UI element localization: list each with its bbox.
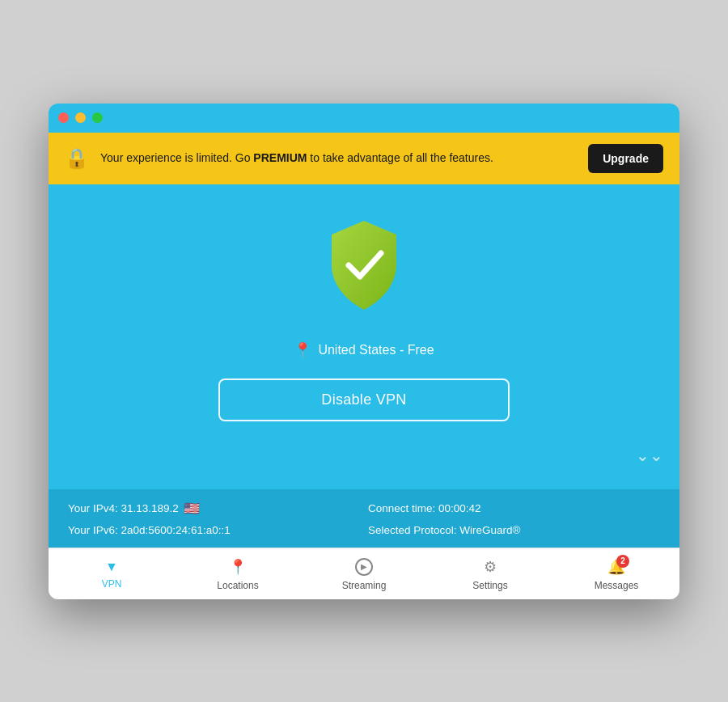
ipv6-info: Your IPv6: 2a0d:5600:24:61:a0::1: [68, 524, 360, 536]
nav-item-messages[interactable]: 2 🔔 Messages: [553, 548, 679, 599]
banner-text-suffix: to take advantage of all the features.: [307, 151, 493, 164]
protocol-info: Selected Protocol: WireGuard®: [368, 524, 660, 536]
info-bar: Your IPv4: 31.13.189.2 🇺🇸 Connect time: …: [49, 489, 679, 548]
maximize-button[interactable]: [92, 112, 103, 123]
settings-icon: ⚙: [484, 558, 497, 576]
vpn-icon: ▼: [105, 560, 118, 574]
streaming-icon: ▶: [355, 558, 373, 576]
shield-icon: [320, 217, 408, 314]
nav-item-vpn[interactable]: ▼ VPN: [49, 548, 175, 599]
disable-vpn-button[interactable]: Disable VPN: [218, 378, 510, 421]
us-flag-icon: 🇺🇸: [184, 501, 200, 516]
chevron-row: ⌄⌄: [65, 446, 663, 465]
lock-icon: 🔒: [65, 147, 89, 170]
banner-text-normal: Your experience is limited. Go: [100, 151, 253, 164]
minimize-button[interactable]: [75, 112, 86, 123]
ipv4-label: Your IPv4: 31.13.189.2: [68, 502, 179, 514]
premium-banner: 🔒 Your experience is limited. Go PREMIUM…: [49, 133, 679, 184]
bottom-nav: ▼ VPN 📍 Locations ▶ Streaming ⚙ Settings…: [49, 548, 679, 599]
nav-label-locations: Locations: [217, 580, 258, 591]
nav-item-streaming[interactable]: ▶ Streaming: [301, 548, 427, 599]
nav-item-settings[interactable]: ⚙ Settings: [427, 548, 553, 599]
nav-item-locations[interactable]: 📍 Locations: [175, 548, 301, 599]
banner-text: Your experience is limited. Go PREMIUM t…: [100, 150, 577, 167]
ipv6-label: Your IPv6: 2a0d:5600:24:61:a0::1: [68, 524, 231, 536]
connect-time-info: Connect time: 00:00:42: [368, 501, 660, 516]
locations-icon: 📍: [229, 558, 247, 576]
location-pin-icon: 📍: [294, 341, 311, 359]
location-label: United States - Free: [318, 343, 434, 357]
upgrade-button[interactable]: Upgrade: [588, 144, 663, 173]
app-window: 🔒 Your experience is limited. Go PREMIUM…: [49, 104, 679, 599]
shield-container: [320, 217, 408, 317]
nav-label-messages: Messages: [595, 580, 639, 591]
close-button[interactable]: [58, 112, 69, 123]
nav-label-streaming: Streaming: [342, 580, 387, 591]
nav-label-settings: Settings: [472, 580, 507, 591]
banner-text-bold: PREMIUM: [253, 151, 307, 164]
titlebar: [49, 104, 679, 133]
nav-label-vpn: VPN: [102, 578, 122, 590]
main-content: 📍 United States - Free Disable VPN ⌄⌄: [49, 184, 679, 489]
messages-badge: 2: [616, 555, 629, 568]
chevron-down-icon: ⌄⌄: [636, 446, 663, 465]
ipv4-info: Your IPv4: 31.13.189.2 🇺🇸: [68, 501, 360, 516]
protocol-label: Selected Protocol: WireGuard®: [368, 524, 521, 536]
connect-time-label: Connect time: 00:00:42: [368, 502, 481, 514]
location-row: 📍 United States - Free: [294, 341, 434, 359]
